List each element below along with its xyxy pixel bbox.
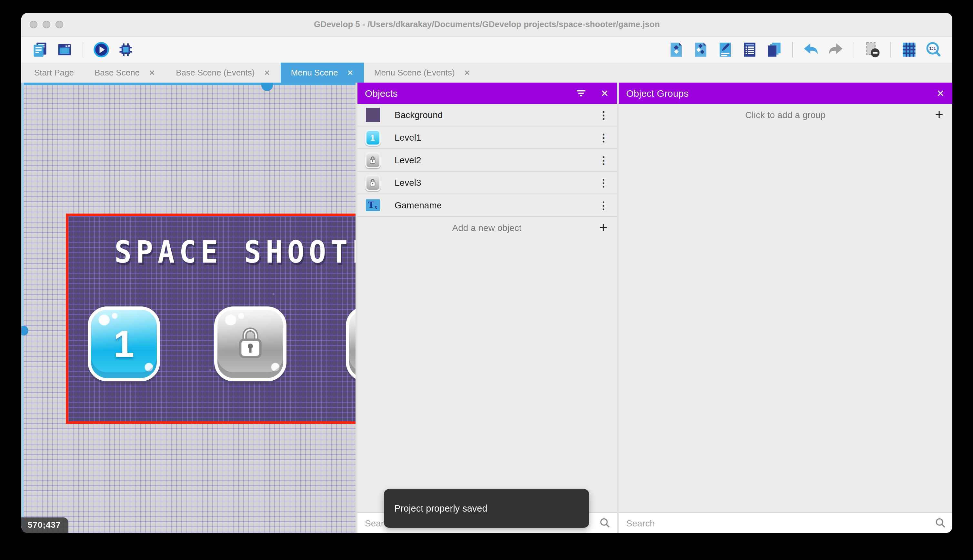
tab-menu-scene[interactable]: Menu Scene ✕: [281, 63, 364, 83]
plus-icon: +: [599, 221, 608, 235]
minimize-window-button[interactable]: [43, 21, 50, 28]
search-icon: [599, 517, 610, 528]
locked-button-thumbnail: [365, 152, 380, 168]
undo-button[interactable]: [801, 39, 821, 60]
objects-panel-title: Objects: [365, 88, 561, 99]
mask-instance-icon: [864, 41, 881, 58]
tab-label: Menu Scene: [291, 68, 338, 77]
toggle-grid-button[interactable]: [899, 39, 920, 60]
tab-base-scene[interactable]: Base Scene ✕: [84, 63, 165, 83]
objects-panel: Objects ✕ Background ⋮ 1 Level1 ⋮ Level2: [357, 83, 616, 533]
vertical-scrollbar-thumb[interactable]: [21, 326, 28, 335]
object-row-background[interactable]: Background ⋮: [357, 104, 616, 127]
svg-text:1:1: 1:1: [929, 46, 936, 51]
object-menu-icon[interactable]: ⋮: [598, 109, 609, 121]
tab-label: Base Scene (Events): [176, 68, 255, 77]
groups-search-input[interactable]: [618, 518, 952, 528]
close-icon[interactable]: ✕: [601, 87, 609, 99]
level2-locked-button-instance[interactable]: [214, 307, 287, 381]
open-properties-panel-button[interactable]: [715, 39, 736, 60]
vertical-scrollbar[interactable]: [21, 83, 24, 533]
object-name: Level2: [395, 155, 598, 165]
debug-button[interactable]: [115, 39, 136, 60]
object-groups-panel-title: Object Groups: [626, 88, 922, 99]
window-title: GDevelop 5 - /Users/dkarakay/Documents/G…: [21, 13, 952, 36]
level3-locked-button-instance[interactable]: [346, 307, 355, 381]
desktop: GDevelop 5 - /Users/dkarakay/Documents/G…: [0, 0, 973, 560]
toolbar-separator: [890, 42, 891, 57]
filter-icon[interactable]: [576, 88, 586, 99]
object-menu-icon[interactable]: ⋮: [598, 131, 609, 143]
open-object-groups-panel-button[interactable]: [690, 39, 711, 60]
text-object-thumbnail: Tx: [365, 197, 380, 213]
add-object-button[interactable]: Add a new object +: [357, 217, 616, 239]
editor-content: SPACE SHOOTER 1 570;437 Objec: [21, 83, 952, 533]
level1-number-label: 1: [113, 325, 135, 363]
scene-window-icon: [56, 41, 73, 58]
tab-start-page[interactable]: Start Page: [24, 63, 84, 83]
object-groups-panel: Object Groups ✕ Click to add a group +: [618, 83, 952, 533]
tab-close-icon[interactable]: ✕: [464, 68, 470, 77]
tab-close-icon[interactable]: ✕: [263, 68, 270, 77]
layers-panel-icon: [766, 41, 783, 58]
object-name: Level1: [395, 132, 598, 143]
gdevelop-window: GDevelop 5 - /Users/dkarakay/Documents/G…: [21, 13, 952, 533]
plus-icon: +: [935, 108, 943, 122]
toolbar-separator: [792, 42, 793, 57]
lock-icon: [233, 324, 268, 364]
zoom-window-button[interactable]: [55, 21, 63, 28]
tab-close-icon[interactable]: ✕: [149, 68, 155, 77]
open-objects-panel-button[interactable]: [666, 39, 686, 60]
objects-panel-icon: [668, 41, 685, 58]
object-row-level2[interactable]: Level2 ⋮: [357, 149, 616, 172]
locked-button-thumbnail: [365, 175, 380, 190]
scene-canvas[interactable]: SPACE SHOOTER 1 570;437: [21, 83, 355, 533]
open-scene-button[interactable]: [54, 39, 75, 60]
zoom-original-button[interactable]: 1:1: [923, 39, 944, 60]
tab-base-scene-events[interactable]: Base Scene (Events) ✕: [165, 63, 280, 83]
traffic-lights: [30, 21, 63, 28]
add-object-label: Add a new object: [452, 223, 521, 233]
object-menu-icon[interactable]: ⋮: [598, 199, 609, 211]
tab-label: Base Scene: [95, 68, 140, 77]
debug-icon: [117, 41, 134, 58]
tab-close-icon[interactable]: ✕: [347, 68, 353, 77]
object-groups-empty-area: [618, 126, 952, 513]
close-icon[interactable]: ✕: [936, 87, 945, 99]
close-window-button[interactable]: [30, 21, 37, 28]
toolbar: 1:1: [21, 36, 952, 63]
object-groups-panel-icon: [692, 41, 709, 58]
titlebar: GDevelop 5 - /Users/dkarakay/Documents/G…: [21, 13, 952, 36]
mask-instance-button[interactable]: [862, 39, 883, 60]
properties-panel-icon: [717, 41, 734, 58]
object-row-gamename[interactable]: Tx Gamename ⋮: [357, 194, 616, 217]
object-row-level3[interactable]: Level3 ⋮: [357, 172, 616, 194]
horizontal-scrollbar-thumb[interactable]: [261, 83, 273, 91]
project-manager-button[interactable]: [30, 39, 50, 60]
tab-menu-scene-events[interactable]: Menu Scene (Events) ✕: [364, 63, 481, 83]
game-title-text-instance[interactable]: SPACE SHOOTER: [68, 234, 355, 270]
toolbar-separator: [854, 42, 854, 57]
toolbar-separator: [83, 42, 83, 57]
object-menu-icon[interactable]: ⋮: [598, 177, 609, 189]
object-row-level1[interactable]: 1 Level1 ⋮: [357, 127, 616, 149]
open-layers-panel-button[interactable]: [764, 39, 785, 60]
object-groups-panel-header: Object Groups ✕: [618, 83, 952, 104]
add-group-button[interactable]: Click to add a group +: [618, 104, 952, 126]
search-icon: [935, 517, 946, 528]
horizontal-scrollbar[interactable]: [21, 83, 355, 85]
background-thumbnail: [365, 107, 380, 123]
object-name: Gamename: [395, 200, 598, 210]
open-instances-list-button[interactable]: [740, 39, 760, 60]
instances-list-icon: [741, 41, 758, 58]
redo-button[interactable]: [825, 39, 846, 60]
object-name: Level3: [395, 177, 598, 188]
play-scene-button[interactable]: [91, 39, 112, 60]
cursor-coordinates: 570;437: [21, 517, 68, 533]
groups-search-bar: [618, 513, 952, 533]
objects-panel-empty-area: [357, 239, 616, 513]
selected-scene-background-instance[interactable]: SPACE SHOOTER 1: [66, 213, 355, 424]
level1-button-instance[interactable]: 1: [88, 307, 160, 381]
tab-label: Start Page: [34, 68, 74, 77]
object-menu-icon[interactable]: ⋮: [598, 154, 609, 166]
